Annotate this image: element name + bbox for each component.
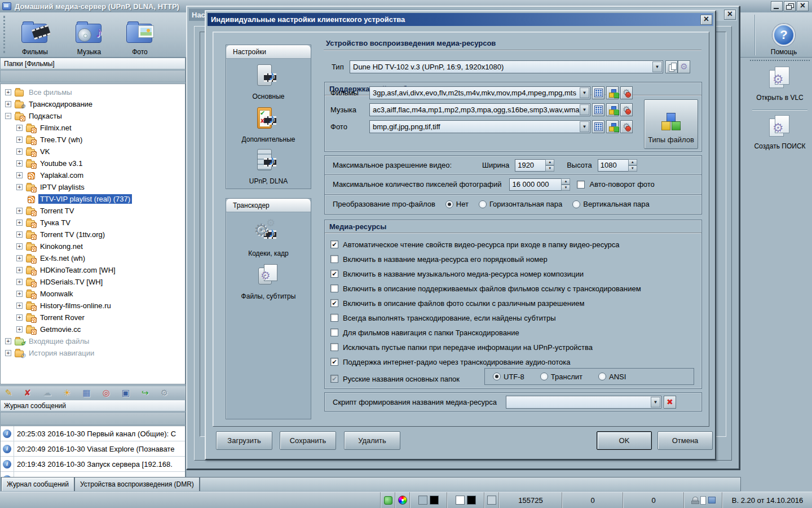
mpo-radio-option[interactable]: Нет <box>445 200 469 208</box>
mpo-radio-option[interactable]: Вертикальная пара <box>572 200 649 208</box>
tree-item[interactable]: + IPTV playlists <box>1 181 185 193</box>
tree-item[interactable]: + Транскодирование <box>1 98 185 110</box>
checkbox[interactable] <box>577 181 585 189</box>
tree-expander[interactable]: + <box>5 101 11 107</box>
tree-item[interactable]: + History-films-online.ru <box>1 300 185 312</box>
tree-expander[interactable]: + <box>16 125 23 131</box>
tree-item[interactable]: + Torrent TV (1ttv.org) <box>1 229 185 240</box>
save-button[interactable]: Сохранить <box>280 431 336 450</box>
tree-item[interactable]: + Ex-fs.net (wh) <box>1 252 185 264</box>
delete-item-icon[interactable]: ✘ <box>24 388 32 397</box>
tree-item[interactable]: + HDKinoTeatr.com [WH] <box>1 264 185 276</box>
create-search-button[interactable]: ⚙ Создать ПОИСК <box>748 114 812 150</box>
checkbox[interactable] <box>330 329 338 336</box>
music-button[interactable]: ♪ Музыка <box>63 14 115 56</box>
open-folder-icon[interactable]: ↪ <box>142 388 149 397</box>
checkbox[interactable] <box>330 270 338 278</box>
checkbox[interactable] <box>330 240 338 248</box>
toolbar-drag-handle[interactable] <box>3 16 5 53</box>
log-row[interactable]: 20:20:49 2016-10-30 Viasat Explore (Позн… <box>1 441 185 457</box>
tree-expander[interactable]: + <box>16 148 23 155</box>
tree-item[interactable]: + VK <box>1 146 185 157</box>
settings-group-header[interactable]: Настройки <box>226 45 311 59</box>
sidebar-nav-item[interactable]: Основные <box>226 62 311 100</box>
autorotate-option[interactable]: Авто-поворот фото <box>570 177 654 192</box>
extensions-types-button[interactable] <box>606 120 619 133</box>
checkbox[interactable] <box>330 358 338 366</box>
clear-script-button[interactable] <box>664 396 676 409</box>
radio-icon[interactable] <box>540 373 548 380</box>
extensions-reset-button[interactable] <box>620 120 633 133</box>
tree-item[interactable]: + Все фильмы <box>1 86 185 98</box>
tree-item[interactable]: + Tree.TV (wh) <box>1 134 185 146</box>
radio-icon[interactable] <box>598 373 606 380</box>
encoding-radio-option[interactable]: UTF-8 <box>493 373 524 381</box>
dropdown-arrow-icon[interactable] <box>652 62 662 72</box>
radio-icon[interactable] <box>479 200 487 208</box>
edit-item-icon[interactable]: ✎ <box>5 388 12 397</box>
media-option-row[interactable]: Исключать пустые папки при передаче инфо… <box>325 340 701 354</box>
tree-item[interactable]: + Youtube v3.1 <box>1 157 185 169</box>
dropdown-arrow-icon[interactable] <box>580 121 589 132</box>
radio-icon[interactable] <box>445 200 453 208</box>
ok-button[interactable]: OK <box>597 431 652 450</box>
extensions-types-button[interactable] <box>606 86 619 99</box>
log-filter-bar[interactable] <box>0 412 186 425</box>
extensions-table-button[interactable] <box>592 120 604 133</box>
delete-button[interactable]: Удалить <box>344 431 400 450</box>
tab-playback-devices[interactable]: Устройства воспроизведения (DMR) <box>74 477 200 491</box>
device-settings-button[interactable] <box>678 60 690 73</box>
log-row[interactable]: 20:25:03 2016-10-30 Первый канал (Общие)… <box>1 426 185 441</box>
tree-expander[interactable]: + <box>16 160 23 167</box>
tree-item[interactable]: + История навигации <box>1 347 185 359</box>
video-height-stepper[interactable]: 1080 ▲▼ <box>598 159 637 172</box>
tree-item[interactable]: + Torrent Rover <box>1 312 185 323</box>
grid-icon[interactable]: ▦ <box>83 388 91 397</box>
save-icon[interactable]: ▣ <box>122 388 130 397</box>
load-button[interactable]: Загрузить <box>216 431 272 450</box>
tree-expander[interactable]: + <box>16 220 23 226</box>
tree-item[interactable]: + Входящие файлы <box>1 335 185 347</box>
tree-expander[interactable]: + <box>16 208 23 214</box>
transcoder-group-header[interactable]: Транскодер <box>226 199 311 212</box>
extensions-types-button[interactable] <box>606 103 619 116</box>
encoding-radio-option[interactable]: Транслит <box>540 373 582 381</box>
tree-item[interactable]: + Kinokong.net <box>1 240 185 252</box>
checkbox[interactable] <box>330 299 338 307</box>
extensions-combo[interactable]: ac3,aiff,flac,m4a,mp1,mp2,mp3,mpa,ogg,s1… <box>369 103 590 116</box>
dropdown-arrow-icon[interactable] <box>651 397 660 408</box>
tree-item[interactable]: + HDSerials.TV [WH] <box>1 276 185 288</box>
cloud-icon[interactable]: ☁ <box>43 388 51 397</box>
tree-expander[interactable]: + <box>16 314 23 321</box>
help-button[interactable]: ? Помощь <box>758 14 810 56</box>
tree-expander[interactable]: + <box>5 350 11 356</box>
tree-expander[interactable]: + <box>16 137 23 143</box>
extensions-table-button[interactable] <box>592 103 604 116</box>
weather-icon[interactable]: ☀ <box>63 388 70 397</box>
tree-expander[interactable]: + <box>16 172 23 178</box>
folders-filter-bar[interactable] <box>0 70 186 82</box>
media-option-row[interactable]: Включить в описание поддерживаемых файло… <box>325 281 701 296</box>
tree-expander[interactable]: + <box>16 303 23 309</box>
media-option-row[interactable]: Включить в описание файлов фото ссылки с… <box>325 296 701 310</box>
media-option-row[interactable]: Включить в название медиа-ресурса его по… <box>325 252 701 266</box>
radio-icon[interactable] <box>493 373 501 380</box>
radio-icon[interactable] <box>572 200 580 208</box>
checkbox[interactable] <box>330 314 338 322</box>
tree-expander[interactable]: + <box>16 231 23 238</box>
media-option-row[interactable]: Для фильмов навигация с папки Транскодир… <box>325 325 701 340</box>
minimize-button[interactable] <box>771 1 783 11</box>
file-types-button[interactable]: Типы файлов <box>644 99 698 149</box>
media-option-row[interactable]: Автоматическое чтение свойств видео-ресу… <box>325 237 701 252</box>
dropdown-arrow-icon[interactable] <box>580 87 589 98</box>
tree-item[interactable]: + Тучка TV <box>1 217 185 229</box>
tree-item[interactable]: TTV-VIP playlist (real) (737) <box>1 193 185 205</box>
tab-message-log[interactable]: Журнал сообщений <box>1 477 74 491</box>
tree-expander[interactable]: + <box>16 184 23 190</box>
extensions-combo[interactable]: 3gp,asf,avi,divx,evo,flv,m2ts,m4v,mkv,mo… <box>369 86 590 99</box>
tree-expander[interactable]: − <box>5 113 11 119</box>
photo-button[interactable]: Фото <box>114 14 166 56</box>
sidebar-nav-item[interactable]: Файлы, субтитры <box>226 262 311 300</box>
checkbox[interactable] <box>330 255 338 263</box>
media-option-row[interactable]: Поддержка интернет-радио через транскоди… <box>325 354 701 369</box>
